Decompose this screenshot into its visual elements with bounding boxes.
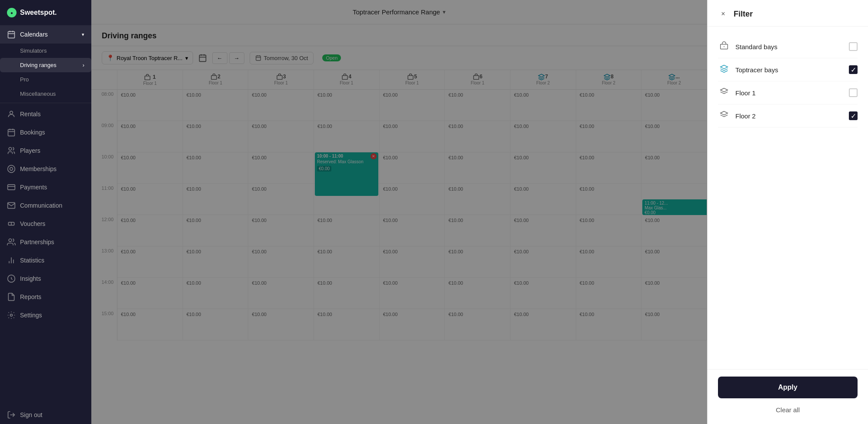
grid-cell[interactable]: €10.00 (117, 90, 183, 121)
grid-cell[interactable]: €10.00 (380, 121, 445, 152)
grid-cell[interactable]: €10.00 (511, 215, 576, 246)
sidebar-item-settings[interactable]: Settings (0, 306, 91, 324)
grid-cell[interactable]: €10.00 (248, 152, 314, 184)
prev-date-btn[interactable]: ← (212, 52, 227, 64)
grid-cell[interactable]: €10.00 (314, 246, 380, 278)
grid-cell[interactable]: €10.00 (445, 184, 511, 215)
grid-cell[interactable]: €10.00 (248, 121, 314, 152)
grid-cell[interactable]: €10.00 (511, 90, 576, 121)
grid-cell[interactable]: €10.00 (380, 246, 445, 278)
grid-cell[interactable]: €10.00 (511, 309, 576, 340)
sidebar-item-insights[interactable]: Insights (0, 269, 91, 288)
grid-cell[interactable]: €10.00 (445, 121, 511, 152)
grid-cell[interactable]: €10.00 (511, 121, 576, 152)
grid-cell[interactable]: €10.00 (641, 152, 707, 184)
grid-cell[interactable]: €10.00 (117, 152, 183, 184)
clear-all-button[interactable]: Clear all (718, 403, 858, 417)
grid-cell[interactable]: €10.00 (117, 246, 183, 278)
grid-cell[interactable]: €10.00 (641, 121, 707, 152)
sidebar-item-sign-out[interactable]: Sign out (0, 406, 91, 424)
grid-cell[interactable]: €10.00 (183, 152, 249, 184)
grid-cell[interactable]: €10.00 (380, 184, 445, 215)
booking-block[interactable]: ✕ 10:00 - 11:00 Reserved: Max Glasson €0… (315, 152, 378, 196)
grid-cell[interactable]: €10.00 (183, 309, 249, 340)
grid-cell[interactable]: €10.00 (183, 215, 249, 246)
grid-cell[interactable]: €10.00 (576, 278, 642, 309)
grid-cell[interactable]: €10.00 (183, 246, 249, 278)
grid-cell[interactable]: €10.00 (641, 278, 707, 309)
grid-cell[interactable]: ✕ 10:00 - 11:00 Reserved: Max Glasson €0… (314, 152, 380, 184)
sidebar-item-miscellaneous[interactable]: Miscellaneous (0, 87, 91, 101)
grid-cell[interactable]: €10.00 (511, 152, 576, 184)
grid-cell[interactable]: €10.00 (117, 121, 183, 152)
grid-cell[interactable]: €10.00 (248, 184, 314, 215)
grid-cell[interactable]: €10.00 (641, 309, 707, 340)
floor2-checkbox[interactable]: ✓ (849, 111, 858, 120)
grid-cell[interactable]: €10.00 (183, 184, 249, 215)
sidebar-item-calendars[interactable]: Calendars ▾ (0, 25, 91, 44)
grid-cell[interactable]: €10.00 (183, 90, 249, 121)
grid-cell[interactable]: €10.00 (248, 215, 314, 246)
grid-cell[interactable]: €10.00 (511, 246, 576, 278)
grid-cell[interactable]: €10.00 (314, 215, 380, 246)
calendar-icon-btn[interactable] (198, 54, 207, 62)
sidebar-item-bookings[interactable]: Bookings (0, 123, 91, 141)
sidebar-item-statistics[interactable]: Statistics (0, 251, 91, 269)
grid-cell[interactable]: €10.00 (380, 309, 445, 340)
grid-cell[interactable]: €10.00 (314, 309, 380, 340)
grid-cell[interactable]: €10.00 (248, 309, 314, 340)
grid-cell[interactable]: €10.00 (183, 278, 249, 309)
grid-cell[interactable]: €10.00 (445, 152, 511, 184)
range-selector[interactable]: 📍 Royal Troon Toptracer R... ▾ (102, 51, 193, 64)
sidebar-item-reports[interactable]: Reports (0, 288, 91, 306)
grid-cell[interactable]: €10.00 (445, 246, 511, 278)
grid-cell[interactable]: €10.00 (248, 90, 314, 121)
grid-cell[interactable]: €10.00 (248, 246, 314, 278)
grid-cell[interactable]: €10.00 (380, 90, 445, 121)
grid-cell[interactable]: €10.00 (314, 90, 380, 121)
grid-cell[interactable]: €10.00 (576, 152, 642, 184)
filter-close-button[interactable]: × (718, 9, 728, 19)
grid-cell[interactable]: €10.00 (641, 90, 707, 121)
floor1-checkbox[interactable] (849, 88, 858, 97)
grid-cell[interactable]: €10.00 (576, 121, 642, 152)
grid-cell[interactable]: €10.00 (380, 215, 445, 246)
grid-cell[interactable]: €10.00 (248, 278, 314, 309)
grid-cell[interactable]: €10.00 (576, 215, 642, 246)
grid-cell[interactable]: €10.00 (380, 152, 445, 184)
grid-cell[interactable]: €10.00 (314, 121, 380, 152)
grid-cell[interactable]: €10.00 (117, 215, 183, 246)
grid-cell[interactable]: €10.00 (183, 121, 249, 152)
grid-cell[interactable]: €10.00 (576, 309, 642, 340)
grid-cell[interactable]: €10.00 (445, 278, 511, 309)
booking-close-btn[interactable]: ✕ (371, 153, 377, 159)
apply-button[interactable]: Apply (718, 377, 858, 398)
sidebar-item-driving-ranges[interactable]: Driving ranges › (0, 58, 91, 72)
sidebar-item-pro[interactable]: Pro (0, 72, 91, 87)
sidebar-item-vouchers[interactable]: Vouchers (0, 215, 91, 233)
grid-cell[interactable]: €10.00 (511, 184, 576, 215)
grid-cell[interactable]: €10.00 (576, 90, 642, 121)
grid-cell[interactable]: €10.00 (117, 309, 183, 340)
grid-cell[interactable]: €10.00 (445, 90, 511, 121)
grid-cell[interactable]: €10.00 (117, 184, 183, 215)
venue-selector[interactable]: Toptracer Performance Range ▾ (353, 8, 446, 16)
grid-cell[interactable]: €10.00 (576, 184, 642, 215)
grid-cell[interactable]: €10.00 (314, 278, 380, 309)
next-date-btn[interactable]: → (229, 52, 244, 64)
grid-cell[interactable]: €10.00 (511, 278, 576, 309)
sidebar-item-partnerships[interactable]: Partnerships (0, 233, 91, 251)
sidebar-item-communication[interactable]: Communication (0, 196, 91, 215)
sidebar-item-payments[interactable]: Payments (0, 178, 91, 196)
sidebar-item-simulators[interactable]: Simulators (0, 44, 91, 58)
booking-block-partial[interactable]: 11:00 - 12... Max Glas... €0.00 (642, 199, 707, 215)
sidebar-item-memberships[interactable]: Memberships (0, 160, 91, 178)
toptracer-bays-checkbox[interactable]: ✓ (849, 65, 858, 74)
grid-cell[interactable]: €10.00 (117, 278, 183, 309)
standard-bays-checkbox[interactable] (849, 42, 858, 51)
grid-cell[interactable]: 11:00 - 12... Max Glas... €0.00 (641, 184, 707, 215)
grid-cell[interactable]: €10.00 (380, 278, 445, 309)
grid-cell[interactable]: €10.00 (641, 246, 707, 278)
sidebar-item-rentals[interactable]: Rentals (0, 105, 91, 123)
sidebar-item-players[interactable]: Players (0, 141, 91, 160)
